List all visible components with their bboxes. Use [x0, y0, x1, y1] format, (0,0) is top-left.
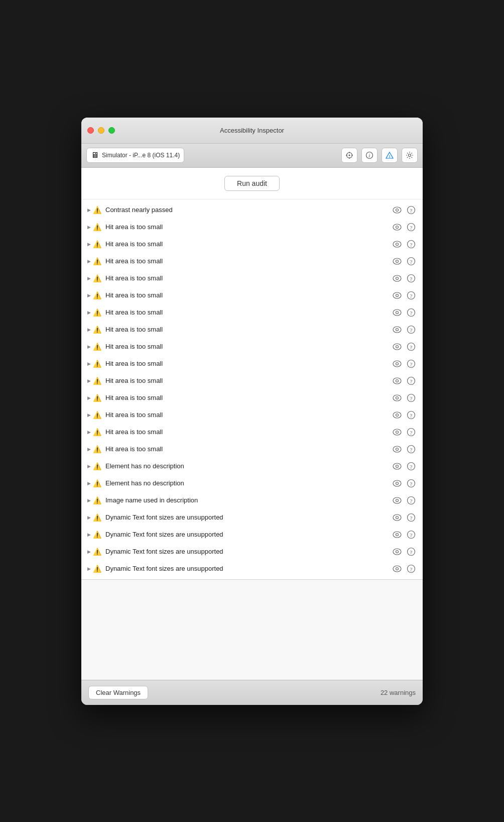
eye-icon: [393, 394, 402, 401]
audit-item[interactable]: ▶ ⚠️ Hit area is too small ?: [81, 304, 423, 321]
clear-warnings-button[interactable]: Clear Warnings: [88, 686, 148, 699]
help-button[interactable]: ?: [406, 444, 417, 455]
audit-item[interactable]: ▶ ⚠️ Hit area is too small ?: [81, 219, 423, 236]
audit-item-actions: ?: [392, 512, 417, 523]
eye-button[interactable]: [392, 273, 403, 284]
audit-item[interactable]: ▶ ⚠️ Dynamic Text font sizes are unsuppo…: [81, 543, 423, 560]
warning-button[interactable]: !: [382, 148, 398, 163]
warning-icon: ⚠️: [93, 257, 101, 265]
eye-button[interactable]: [392, 427, 403, 438]
svg-point-15: [393, 224, 401, 230]
help-button[interactable]: ?: [406, 495, 417, 506]
audit-item[interactable]: ▶ ⚠️ Hit area is too small ?: [81, 338, 423, 355]
audit-item[interactable]: ▶ ⚠️ Hit area is too small ?: [81, 441, 423, 458]
audit-item[interactable]: ▶ ⚠️ Hit area is too small ?: [81, 287, 423, 304]
audit-item[interactable]: ▶ ⚠️ Hit area is too small ?: [81, 236, 423, 253]
help-button[interactable]: ?: [406, 256, 417, 267]
audit-item[interactable]: ▶ ⚠️ Hit area is too small ?: [81, 389, 423, 406]
help-button[interactable]: ?: [406, 239, 417, 250]
audit-item[interactable]: ▶ ⚠️ Hit area is too small ?: [81, 372, 423, 389]
help-button[interactable]: ?: [406, 358, 417, 369]
audit-item[interactable]: ▶ ⚠️ Element has no description ?: [81, 458, 423, 475]
help-button[interactable]: ?: [406, 341, 417, 352]
help-button[interactable]: ?: [406, 461, 417, 472]
eye-button[interactable]: [392, 529, 403, 540]
simulator-selector[interactable]: 🖥 Simulator - iP...e 8 (iOS 11.4): [86, 148, 184, 163]
eye-button[interactable]: [392, 324, 403, 335]
help-icon: ?: [407, 342, 416, 351]
minimize-button[interactable]: [98, 127, 104, 134]
help-icon: ?: [407, 308, 416, 317]
help-button[interactable]: ?: [406, 222, 417, 233]
crosshair-button[interactable]: [341, 148, 357, 163]
help-button[interactable]: ?: [406, 324, 417, 335]
settings-button[interactable]: [402, 148, 418, 163]
eye-button[interactable]: [392, 563, 403, 574]
help-button[interactable]: ?: [406, 392, 417, 403]
help-button[interactable]: ?: [406, 478, 417, 489]
audit-item-actions: ?: [392, 307, 417, 318]
help-button[interactable]: ?: [406, 273, 417, 284]
audit-item[interactable]: ▶ ⚠️ Hit area is too small ?: [81, 253, 423, 270]
audit-item[interactable]: ▶ ⚠️ Hit area is too small ?: [81, 406, 423, 424]
audit-item-label: Dynamic Text font sizes are unsupported: [105, 531, 388, 538]
chevron-right-icon: ▶: [87, 447, 91, 452]
svg-point-31: [393, 292, 401, 298]
warning-icon: ⚠️: [93, 548, 101, 556]
audit-item-actions: ?: [392, 324, 417, 335]
close-button[interactable]: [87, 127, 94, 134]
svg-text:?: ?: [410, 480, 413, 486]
eye-button[interactable]: [392, 392, 403, 403]
audit-item[interactable]: ▶ ⚠️ Image name used in description ?: [81, 492, 423, 509]
eye-button[interactable]: [392, 222, 403, 233]
help-button[interactable]: ?: [406, 512, 417, 523]
eye-button[interactable]: [392, 341, 403, 352]
eye-button[interactable]: [392, 461, 403, 472]
eye-button[interactable]: [392, 546, 403, 557]
eye-button[interactable]: [392, 375, 403, 386]
maximize-button[interactable]: [108, 127, 115, 134]
help-button[interactable]: ?: [406, 375, 417, 386]
info-button[interactable]: i: [361, 148, 377, 163]
eye-button[interactable]: [392, 239, 403, 250]
audit-item[interactable]: ▶ ⚠️ Hit area is too small ?: [81, 270, 423, 287]
eye-button[interactable]: [392, 358, 403, 369]
help-button[interactable]: ?: [406, 290, 417, 301]
eye-button[interactable]: [392, 290, 403, 301]
eye-button[interactable]: [392, 307, 403, 318]
audit-item[interactable]: ▶ ⚠️ Element has no description ?: [81, 475, 423, 492]
svg-text:?: ?: [410, 292, 413, 298]
warning-icon: ⚠️: [93, 291, 101, 299]
run-audit-button[interactable]: Run audit: [224, 176, 280, 191]
audit-item-label: Dynamic Text font sizes are unsupported: [105, 513, 388, 521]
audit-item[interactable]: ▶ ⚠️ Hit area is too small ?: [81, 355, 423, 372]
audit-item-label: Hit area is too small: [105, 223, 388, 231]
audit-item[interactable]: ▶ ⚠️ Dynamic Text font sizes are unsuppo…: [81, 560, 423, 577]
eye-button[interactable]: [392, 478, 403, 489]
eye-button[interactable]: [392, 495, 403, 506]
help-button[interactable]: ?: [406, 529, 417, 540]
help-button[interactable]: ?: [406, 409, 417, 421]
eye-button[interactable]: [392, 204, 403, 216]
warning-tab-icon: !: [386, 151, 394, 159]
svg-point-5: [349, 155, 350, 156]
svg-text:?: ?: [410, 515, 413, 521]
eye-button[interactable]: [392, 512, 403, 523]
help-button[interactable]: ?: [406, 307, 417, 318]
eye-button[interactable]: [392, 409, 403, 421]
svg-point-76: [396, 482, 399, 484]
warning-icon: ⚠️: [93, 206, 101, 214]
help-button[interactable]: ?: [406, 546, 417, 557]
eye-button[interactable]: [392, 444, 403, 455]
warning-icon: ⚠️: [93, 565, 101, 573]
help-button[interactable]: ?: [406, 427, 417, 438]
audit-item[interactable]: ▶ ⚠️ Hit area is too small ?: [81, 424, 423, 441]
audit-item[interactable]: ▶ ⚠️ Dynamic Text font sizes are unsuppo…: [81, 526, 423, 543]
eye-button[interactable]: [392, 256, 403, 267]
svg-point-44: [396, 345, 399, 348]
audit-item[interactable]: ▶ ⚠️ Hit area is too small ?: [81, 321, 423, 338]
audit-item[interactable]: ▶ ⚠️ Contrast nearly passed ?: [81, 201, 423, 219]
help-button[interactable]: ?: [406, 563, 417, 574]
help-button[interactable]: ?: [406, 204, 417, 216]
audit-item[interactable]: ▶ ⚠️ Dynamic Text font sizes are unsuppo…: [81, 509, 423, 526]
